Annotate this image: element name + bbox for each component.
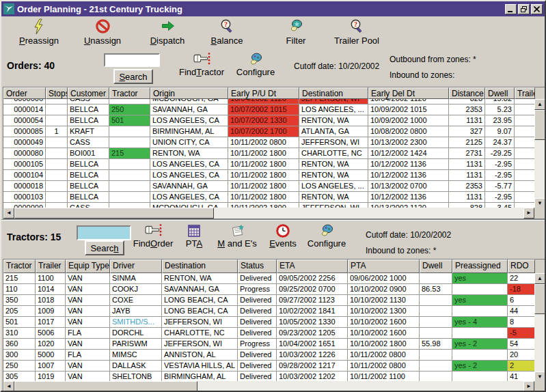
tractors-row[interactable]: 2051009VANJAYBLONG BEACH, CADelivered10/… <box>3 306 534 317</box>
tractors-cell-driver: SHELTONB <box>110 372 162 382</box>
orders-vertical-scrollbar[interactable]: ▲▼ <box>534 99 545 209</box>
tractors-cell-rdo: 41 <box>508 372 534 382</box>
close-button[interactable] <box>531 4 543 14</box>
tool-button-findtractor[interactable]: FindTractor <box>172 52 231 77</box>
vertical-scroll-thumb[interactable] <box>534 284 545 314</box>
orders-cell-dwell: -29.25 <box>485 148 515 158</box>
scroll-up-button[interactable]: ▲ <box>534 99 545 110</box>
tractors-cell-tractor: 250 <box>3 361 36 371</box>
tractors-column-header-rdo[interactable]: RDO <box>508 260 535 273</box>
tool-button-findorder[interactable]: FindOrder <box>126 223 180 249</box>
tractors-row[interactable]: 1101014VANCOOKJSAVANNAH, GAProgress09/25… <box>3 284 534 295</box>
orders-cell-early-del-dt: 10/13/2002 2300 <box>368 137 449 148</box>
tractors-row[interactable]: 3005000FLAMIMSCANNISTON, ALDelivered10/0… <box>3 350 534 361</box>
orders-row[interactable]: 0000104BELLCALOS ANGELES, CA10/11/2002 1… <box>3 170 534 181</box>
inbound-zones-label: Inbound to zones: <box>390 70 454 80</box>
orders-row[interactable]: 0000014BELLCA250SAVANNAH, GA10/07/2002 1… <box>3 104 534 115</box>
magnifier-question-icon: ? <box>202 18 251 35</box>
scroll-up-button[interactable]: ▲ <box>534 273 545 284</box>
orders-row[interactable]: 0000103BELLCALOS ANGELES, CA10/11/2002 1… <box>3 192 534 203</box>
orders-row[interactable]: 00000851KRAFTBIRMINGHAM, AL10/07/2002 17… <box>3 126 534 137</box>
tractors-column-header-tractor[interactable]: Tractor <box>3 260 36 273</box>
tool-label: PTA <box>178 238 210 249</box>
tractors-column-header-status[interactable]: Status <box>238 260 277 273</box>
orders-column-header-order[interactable]: Order <box>3 87 46 99</box>
tool-button-configure[interactable]: Configure <box>230 52 282 77</box>
minimize-button[interactable] <box>505 4 517 14</box>
tractors-cell-dwell <box>420 273 452 283</box>
orders-search-button[interactable]: Search <box>113 69 153 84</box>
orders-cell-origin: SAVANNAH, GA <box>150 104 228 115</box>
tractors-column-header-dwell[interactable]: Dwell <box>420 260 452 273</box>
toolbar-button-preassign[interactable]: Preassign <box>12 18 66 46</box>
tractors-column-header-destination[interactable]: Destination <box>162 260 238 273</box>
tractors-cell-rdo: 54 <box>508 339 534 349</box>
tractors-column-header-equip-type[interactable]: Equip Type <box>66 260 110 273</box>
orders-column-header-tractor[interactable]: Tractor <box>109 87 150 99</box>
scroll-left-button[interactable]: ◄ <box>3 208 14 219</box>
orders-column-header-early-p-u-dt[interactable]: Early P/U Dt <box>228 87 299 99</box>
tool-button-m-and-e-s[interactable]: M and E's <box>210 223 264 249</box>
toolbar-button-balance[interactable]: ?Balance <box>202 18 251 46</box>
tractors-row[interactable]: 3601020VANPARISWMJEFFERSON, WIProgress10… <box>3 339 534 350</box>
orders-column-header-early-del-dt[interactable]: Early Del Dt <box>368 87 449 99</box>
orders-column-header-customer[interactable]: Customer <box>68 87 109 99</box>
tractors-row[interactable]: 2501007VANDALLASKVESTAVIA HILLS, ALDeliv… <box>3 361 534 372</box>
orders-cell-stops <box>46 148 68 158</box>
tractors-row[interactable]: 2151100VANSINMARENTON, WADelivered09/05/… <box>3 273 534 284</box>
orders-cell-early-p-u-dt: 10/11/2002 1800 <box>228 192 299 202</box>
orders-column-header-distance[interactable]: Distance <box>449 87 485 99</box>
toolbar-button-trailer-pool[interactable]: ?Trailer Pool <box>325 18 388 46</box>
orders-cell-distance: 2125 <box>449 137 485 148</box>
tractors-search-input[interactable] <box>77 225 131 240</box>
vertical-scroll-thumb[interactable] <box>534 110 545 140</box>
tractors-cell-equip-type: VAN <box>66 306 110 316</box>
tractors-cell-pta: 10/10/2002 1600 <box>348 317 420 327</box>
orders-cell-customer: BOI001 <box>68 148 109 158</box>
orders-row[interactable]: 0000049CASSUNION CITY, CA10/11/2002 0800… <box>3 137 534 148</box>
tractors-column-header-pta[interactable]: PTA <box>348 260 420 273</box>
orders-row[interactable]: 0000006CASSMCDONOUGH, GA10/04/2002 1120J… <box>3 99 534 104</box>
tractors-vertical-scrollbar[interactable]: ▲▼ <box>534 273 545 382</box>
tractors-column-header-trailer[interactable]: Trailer <box>36 260 66 273</box>
tractors-column-header-preassigned[interactable]: Preassigned <box>452 260 508 273</box>
toolbar-button-dispatch[interactable]: Dispatch <box>141 18 194 46</box>
scroll-right-button[interactable]: ► <box>523 381 534 392</box>
orders-column-header-destination[interactable]: Destination <box>299 87 368 99</box>
orders-cell-dwell: -2.95 <box>485 192 515 202</box>
orders-row[interactable]: 0000080BOI001215RENTON, WA10/11/2002 180… <box>3 148 534 159</box>
orders-column-header-dwell[interactable]: Dwell <box>485 87 515 99</box>
tool-button-configure[interactable]: Configure <box>300 223 353 249</box>
orders-horizontal-scrollbar[interactable]: ◄► <box>3 208 534 219</box>
tractors-cell-eta: 09/23/2002 1205 <box>277 328 348 338</box>
orders-row[interactable]: 0000018BELLCASAVANNAH, GA10/11/2002 1800… <box>3 181 534 192</box>
toolbar-button-filter[interactable]: Filter <box>277 18 314 46</box>
tractors-row[interactable]: 3105006FLADORCHLCHARLOTTE, NCDelivered09… <box>3 328 534 339</box>
horizontal-scroll-thumb[interactable] <box>14 381 197 392</box>
tractors-row[interactable]: 3501018VANCOXELONG BEACH, CADelivered09/… <box>3 295 534 306</box>
restore-button[interactable] <box>518 4 530 14</box>
orders-cell-dwell: -2.95 <box>485 159 515 169</box>
tractors-column-header-driver[interactable]: Driver <box>110 260 162 273</box>
orders-row[interactable]: 0000054BELLCA501LOS ANGELES, CA10/07/200… <box>3 115 534 126</box>
orders-cell-stops <box>46 192 68 202</box>
tractors-cell-status: Delivered <box>238 273 277 283</box>
horizontal-scroll-thumb[interactable] <box>14 208 214 219</box>
tractors-row[interactable]: 5011017VANSMITHD/S...JEFFERSON, WIDelive… <box>3 317 534 328</box>
orders-cell-destination: RENTON, WA <box>299 115 368 126</box>
orders-search-input[interactable] <box>104 53 160 67</box>
scroll-right-button[interactable]: ► <box>523 208 534 219</box>
tool-button-events[interactable]: Events <box>262 223 304 249</box>
scroll-left-button[interactable]: ◄ <box>3 381 14 392</box>
tractors-search-button[interactable]: Search <box>85 240 124 255</box>
orders-column-header-trailer[interactable]: Trailer <box>515 87 535 99</box>
orders-column-header-stops[interactable]: Stops <box>46 87 68 99</box>
orders-row[interactable]: 0000105BELLCALOS ANGELES, CA10/11/2002 1… <box>3 159 534 170</box>
toolbar-button-unassign[interactable]: Unassign <box>75 18 130 46</box>
tractors-column-header-eta[interactable]: ETA <box>277 260 348 273</box>
app-icon <box>3 3 14 14</box>
tractors-cell-pta: 10/10/2002 1300 <box>348 306 420 316</box>
tractors-horizontal-scrollbar[interactable]: ◄► <box>3 381 534 392</box>
orders-column-header-origin[interactable]: Origin <box>150 87 228 99</box>
tool-button-pta[interactable]: PTA <box>178 223 210 249</box>
